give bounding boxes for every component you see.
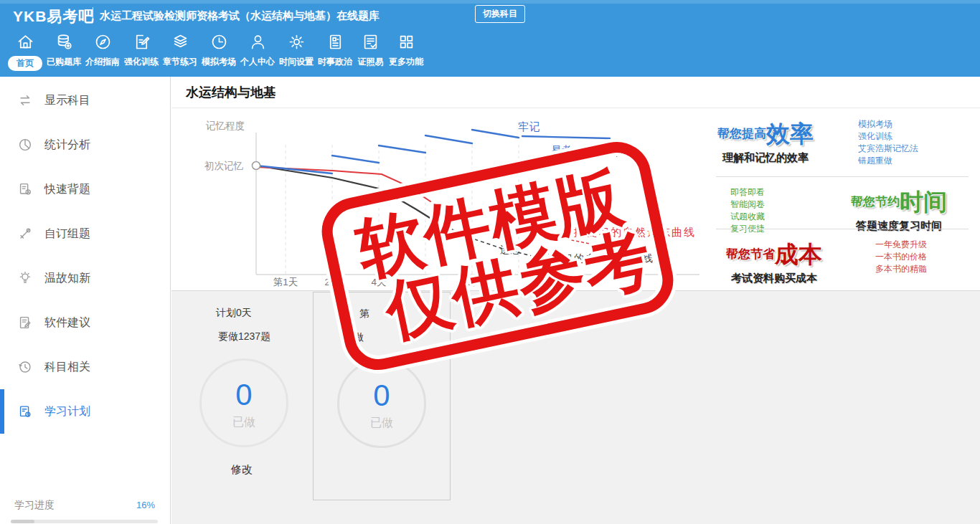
app-title: 水运工程试验检测师资格考试（水运结构与地基）在线题库 — [100, 9, 380, 23]
promo-row-2: 即答即看智能阅卷试题收藏复习便捷帮您节约时间答题速度复习时间 — [716, 186, 974, 235]
promo-feature: 多本书的精髓 — [875, 263, 927, 275]
app-logo: YKB易考吧 — [13, 6, 94, 27]
sidebar-item-6[interactable]: 软件建议 — [0, 300, 170, 345]
pie-icon — [17, 137, 33, 153]
sidebar-item-label: 快速背题 — [44, 182, 90, 197]
today-done-count: 0 — [339, 380, 424, 411]
nav-item-9[interactable]: 时事政治 — [316, 32, 354, 68]
nav-item-6[interactable]: 模拟考场 — [199, 32, 238, 68]
progress-bar-fill — [11, 520, 34, 523]
promo-divider — [716, 176, 969, 177]
nav-item-label: 介绍指南 — [85, 56, 120, 68]
header: YKB易考吧 水运工程试验检测师资格考试（水运结构与地基）在线题库 切换科目 首… — [0, 0, 980, 77]
plan-done-count: 0 — [202, 379, 286, 411]
sidebar-items: 显示科目统计分析快速背题自订组题温故知新软件建议科目相关学习计划 — [0, 77, 170, 434]
gear-icon — [287, 32, 306, 52]
sidebar-item-label: 显示科目 — [44, 93, 90, 108]
promo-heading: 帮您节约时间答题速度复习时间 — [851, 186, 947, 233]
plan-icon — [17, 404, 33, 419]
compass-icon — [93, 32, 113, 52]
history-icon — [17, 359, 33, 375]
nav-item-label: 已购题库 — [47, 56, 81, 68]
sidebar-item-2[interactable]: 统计分析 — [0, 123, 170, 167]
promo-subheading: 理解和记忆的效率 — [717, 151, 814, 165]
nav-item-label: 个人中心 — [240, 56, 275, 68]
nav-item-11[interactable]: 更多功能 — [387, 32, 425, 68]
nav-item-5[interactable]: 章节练习 — [161, 32, 199, 68]
promo-feature: 即答即看 — [730, 186, 765, 199]
logo-divider — [93, 7, 93, 22]
sidebar-item-label: 学习计划 — [44, 404, 90, 419]
nav-item-8[interactable]: 时间设置 — [277, 32, 316, 68]
app-window: YKB易考吧 水运工程试验检测师资格考试（水运结构与地基）在线题库 切换科目 首… — [0, 0, 980, 524]
promo-feature: 强化训练 — [858, 130, 918, 143]
sidebar-item-label: 温故知新 — [44, 271, 90, 286]
promo-panel: 帮您提高效率理解和记忆的效率模拟考场强化训练艾宾浩斯记忆法错题重做即答即看智能阅… — [716, 118, 974, 283]
promo-feature: 一年免费升级 — [875, 239, 927, 251]
user-icon — [248, 32, 268, 52]
promo-subheading: 考试资料购买成本 — [726, 272, 822, 285]
today-done-label: 已做 — [339, 416, 424, 431]
switch-subject-button[interactable]: 切换科目 — [475, 5, 525, 23]
today-done-circle: 0 已做 — [337, 359, 426, 448]
nav-item-7[interactable]: 个人中心 — [238, 32, 277, 68]
nav-item-10[interactable]: 证照易 — [354, 32, 387, 68]
sidebar-item-label: 科目相关 — [44, 360, 90, 375]
progress-label: 学习进度 — [14, 499, 55, 512]
promo-feature: 错题重做 — [858, 155, 918, 167]
sidebar-item-label: 自订组题 — [44, 227, 90, 242]
sidebar-item-3[interactable]: 快速背题 — [0, 167, 170, 211]
tools-icon — [17, 226, 33, 242]
plan-done-label: 已做 — [202, 415, 286, 430]
nav-item-label: 时间设置 — [279, 56, 314, 68]
sidebar-item-8[interactable]: 学习计划 — [0, 389, 170, 434]
nav-item-4[interactable]: 强化训练 — [122, 32, 161, 68]
nav-item-3[interactable]: 介绍指南 — [83, 32, 122, 68]
cert-icon — [361, 32, 380, 52]
header-top-strip — [0, 0, 980, 4]
promo-subheading: 答题速度复习时间 — [851, 219, 947, 233]
plan-total-questions: 要做1237题 — [218, 330, 270, 343]
news-icon — [326, 32, 345, 52]
study-plan-section: 计划0天 要做1237题 0 已做 修改 第 需做 0 已做 — [171, 290, 980, 524]
nav-item-label: 时事政治 — [318, 56, 352, 68]
promo-feature: 试题收藏 — [730, 211, 765, 223]
plan-edit-link[interactable]: 修改 — [231, 463, 253, 477]
nav-item-label: 更多功能 — [389, 56, 423, 68]
promo-feature: 一本书的价格 — [875, 251, 927, 263]
nav-item-label: 证照易 — [358, 56, 384, 68]
promo-heading: 帮您节省成本考试资料购买成本 — [726, 239, 822, 285]
page-title: 水运结构与地基 — [186, 84, 276, 101]
sidebar-item-4[interactable]: 自订组题 — [0, 211, 170, 256]
nav-item-1[interactable]: 首页 — [6, 32, 44, 71]
title-divider — [171, 108, 980, 108]
plan-done-circle: 0 已做 — [199, 358, 288, 447]
sidebar-item-7[interactable]: 科目相关 — [0, 345, 170, 389]
layers-icon — [171, 32, 190, 52]
sidebar-item-1[interactable]: 显示科目 — [0, 78, 170, 123]
promo-feature-list: 模拟考场强化训练艾宾浩斯记忆法错题重做 — [858, 118, 918, 167]
promo-feature: 艾宾浩斯记忆法 — [858, 143, 918, 155]
main-nav: 首页已购题库介绍指南强化训练章节练习模拟考场个人中心时间设置时事政治证照易更多功… — [6, 32, 425, 71]
promo-heading: 帮您提高效率理解和记忆的效率 — [717, 118, 814, 165]
promo-feature-list: 即答即看智能阅卷试题收藏复习便捷 — [730, 186, 765, 235]
promo-row-3: 帮您节省成本考试资料购买成本一年免费升级一本书的价格多本书的精髓 — [716, 239, 974, 285]
promo-feature: 模拟考场 — [858, 118, 918, 130]
sidebar-item-5[interactable]: 温故知新 — [0, 256, 170, 300]
home-icon — [16, 32, 35, 52]
today-required: 需做 — [344, 331, 364, 344]
sidebar: 显示科目统计分析快速背题自订组题温故知新软件建议科目相关学习计划 学习进度 16… — [0, 77, 171, 524]
clock-icon — [209, 32, 229, 52]
nav-item-label: 模拟考场 — [202, 56, 236, 68]
fast-doc-icon — [17, 181, 33, 197]
nav-item-label: 强化训练 — [124, 56, 159, 68]
progress-bar — [11, 520, 158, 523]
grid-icon — [397, 32, 416, 52]
bulb-icon — [17, 270, 33, 286]
promo-row-1: 帮您提高效率理解和记忆的效率模拟考场强化训练艾宾浩斯记忆法错题重做 — [716, 118, 974, 167]
suggest-icon — [17, 315, 33, 330]
today-plan-card: 第 需做 0 已做 — [313, 292, 451, 500]
sidebar-item-label: 软件建议 — [44, 315, 90, 330]
promo-divider — [716, 229, 969, 229]
nav-item-2[interactable]: 已购题库 — [44, 32, 83, 68]
